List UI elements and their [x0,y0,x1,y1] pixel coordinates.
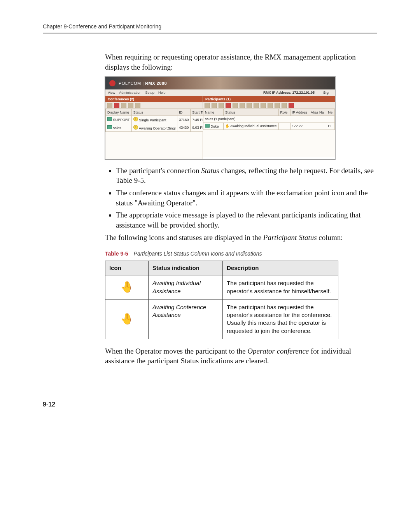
brand-bold: RMX 2000 [145,81,167,86]
bullet-list: The participant's connection Status chan… [105,166,377,230]
toolbar-icon[interactable] [212,103,217,108]
cell: Awaiting Operator;Singl [139,126,175,130]
text: The following icons and statuses are dis… [105,233,263,242]
list-item: The appropriate voice message is played … [116,210,377,230]
menu-bar: View Administration Setup Help RMX IP Ad… [105,89,335,96]
menu-setup[interactable]: Setup [145,90,154,95]
status-cell: Awaiting Conference Assistance [149,299,223,339]
followup-paragraph: The following icons and statuses are dis… [105,233,377,243]
toolbar-icon[interactable] [261,103,266,108]
intro-paragraph: When requiring or requesting operator as… [105,52,377,72]
list-item: The conference status changes and it app… [116,188,377,208]
text-em: Operator conference [247,347,309,355]
participants-title: Participants (1) [203,96,335,102]
header-rule [43,33,377,33]
record-icon[interactable] [289,103,294,108]
toolbar-icon[interactable] [247,103,252,108]
table-row[interactable]: Duke ✋ Awaiting Individual assistance 17… [203,123,335,130]
list-item: The participant's connection Status chan… [116,166,377,186]
participant-icon [205,124,210,128]
toolbar-icon[interactable] [226,103,231,108]
cell [309,123,326,130]
app-banner: POLYCOM | RMX 2000 [105,77,335,89]
toolbar-icon[interactable] [240,103,245,108]
toolbar-icon[interactable] [135,103,140,108]
col-role[interactable]: Role [278,109,290,116]
text: The appropriate voice message is played … [116,211,360,229]
col-id[interactable]: ID [177,109,191,116]
text: column: [317,233,343,242]
menu-view[interactable]: View [108,90,115,95]
table-row: 🤚 Awaiting Conference Assistance The par… [105,299,338,339]
ip-address-label: RMX IP Address: 172.22.191.95 [263,90,315,95]
text-em: Participant Status [263,233,317,242]
th-description: Description [223,261,338,275]
col-ne[interactable]: Ne [326,109,335,116]
text-em: Status [201,166,219,175]
cell: 37160 [177,116,191,124]
sig-label: Sig [323,90,329,95]
table-row[interactable]: sales Awaiting Operator;Singl 43430 9:03… [106,124,207,131]
toolbar-icon[interactable] [205,103,210,108]
toolbar-icon[interactable] [268,103,273,108]
group-cell: sales (1 participant) [203,116,335,123]
cell [278,123,290,130]
table-row[interactable]: SUPPORT Single Participant 37160 7:45 PM [106,116,207,124]
raise-hand-green-icon: 🤚 [120,313,134,325]
closing-paragraph: When the Operator moves the participant … [105,346,377,366]
toolbar-icon[interactable] [128,103,133,108]
menu-administration[interactable]: Administration [119,90,141,95]
conferences-toolbar [105,102,203,109]
col-display-name[interactable]: Display Name [106,109,132,116]
participants-toolbar [203,102,335,109]
page-number: 9-12 [43,401,377,408]
cell: Single Participant [139,118,166,122]
desc-cell: The participant has requested the operat… [223,275,338,300]
table-row: 🤚 Awaiting Individual Assistance The par… [105,275,338,300]
menu-help[interactable]: Help [158,90,166,95]
text: When the Operator moves the participant … [105,347,247,355]
chapter-header: Chapter 9-Conference and Participant Mon… [43,23,377,30]
warning-icon [133,125,138,130]
text: The participant's connection [116,166,201,175]
status-cell: Awaiting Individual Assistance [149,275,223,300]
conferences-panel: Conferences (2) Display Name Status ID [105,96,203,159]
desc-cell: The participant has requested the operat… [223,299,338,339]
toolbar-icon[interactable] [282,103,287,108]
participants-panel: Participants (1) [203,96,335,159]
cell: Awaiting Individual assistance [230,124,276,128]
toolbar-icon[interactable] [275,103,280,108]
text: The conference status changes and it app… [116,189,368,207]
conferences-grid: Display Name Status ID Start Tir SUPPORT… [105,109,207,131]
toolbar-icon[interactable] [121,103,126,108]
col-alias[interactable]: Alias Na [309,109,326,116]
toolbar-icon[interactable] [254,103,259,108]
conferences-title: Conferences (2) [105,96,203,102]
warning-icon [133,117,138,121]
col-ip[interactable]: IP Addres [290,109,309,116]
table-caption: Table 9-5 Participants List Status Colum… [105,250,377,258]
delete-icon[interactable] [114,103,119,108]
cell: sales [113,126,121,130]
cell: 43430 [177,124,191,131]
cell: 172.22. [290,123,309,130]
th-status: Status indication [149,261,223,275]
group-row[interactable]: sales (1 participant) [203,116,335,123]
participants-grid: Name Status Role IP Addres Alias Na Ne s… [203,109,335,130]
app-brand: POLYCOM | RMX 2000 [119,81,167,86]
col-status[interactable]: Status [224,109,278,116]
conference-icon [107,125,112,129]
toolbar-icon[interactable] [107,103,112,108]
col-name[interactable]: Name [203,109,224,116]
rmx-screenshot: POLYCOM | RMX 2000 View Administration S… [105,77,335,159]
raise-hand-yellow-icon: 🤚 [120,281,134,293]
brand-prefix: POLYCOM | [119,81,145,86]
cell: Duke [211,124,219,128]
cell: H [326,123,335,130]
toolbar-icon[interactable] [233,103,238,108]
caption-label: Table 9-5 [105,250,128,257]
caption-text: Participants List Status Column Icons an… [134,250,262,257]
col-status[interactable]: Status [131,109,177,116]
toolbar-icon[interactable] [219,103,224,108]
status-table: Icon Status indication Description 🤚 Awa… [105,261,338,339]
